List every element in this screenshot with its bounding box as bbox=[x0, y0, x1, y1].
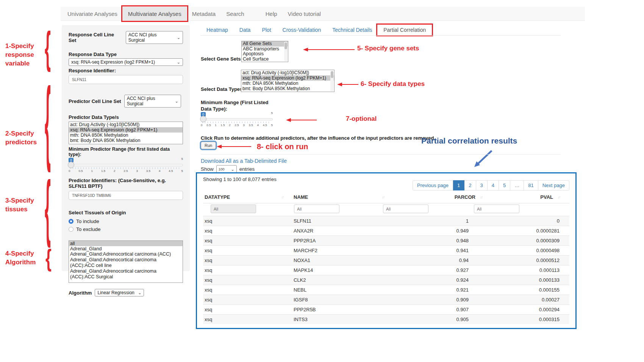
tab-data[interactable]: Data bbox=[234, 25, 256, 35]
list-option[interactable]: bmt: Body DNA 850K Methylation bbox=[69, 138, 183, 143]
list-option[interactable]: act: Drug Activity (-log10[IC50M]) bbox=[69, 122, 183, 127]
predictor-identifiers-input[interactable] bbox=[69, 191, 183, 200]
filter-input-pval[interactable] bbox=[474, 204, 519, 213]
nav-multivariate-analyses[interactable]: Multivariate Analyses bbox=[123, 7, 187, 20]
brace-step1: { bbox=[45, 26, 51, 70]
list-option-selected[interactable]: All Gene Sets bbox=[242, 41, 288, 47]
column-header-datatype[interactable]: DATATYPE bbox=[205, 194, 230, 200]
pagination-page-1[interactable]: 1 bbox=[453, 180, 464, 190]
nav-video-tutorial[interactable]: Video tutorial bbox=[283, 7, 326, 20]
scrollbar[interactable] bbox=[284, 42, 288, 61]
list-option[interactable]: Adrenal_Gland:Adrenocortical carcinoma (… bbox=[69, 251, 183, 257]
name-cell: MAPK14 bbox=[294, 265, 313, 275]
slider-tick-label: 3.5 bbox=[146, 169, 150, 173]
slider-track[interactable] bbox=[69, 164, 183, 166]
chevron-down-icon: ⌄ bbox=[138, 291, 141, 294]
pagination-page-81[interactable]: 81 bbox=[524, 180, 538, 190]
sort-icon[interactable]: ↓↑ bbox=[558, 195, 560, 199]
filter-input-name[interactable] bbox=[294, 204, 339, 213]
list-option[interactable]: Adrenal_Gland:Adrenocortical carcinoma (… bbox=[69, 257, 183, 268]
slider-tick-label: 1 bbox=[215, 123, 216, 127]
annotation-step1-line1: 1-Specify bbox=[5, 42, 34, 50]
pagination-page-3[interactable]: 3 bbox=[476, 180, 488, 190]
table-row: xsqMARCHF20.9410.0000498 bbox=[203, 245, 569, 255]
pagination-next[interactable]: Next page bbox=[538, 180, 569, 190]
pval-cell: 0.000113 bbox=[539, 265, 560, 275]
analysis-tabs: Heatmap Data Plot Cross-Validation Techn… bbox=[201, 25, 431, 35]
min-predictor-range-slider[interactable]: 0 5 00.511.522.533.544.55 bbox=[69, 158, 183, 174]
response-identifier-input[interactable] bbox=[69, 75, 183, 84]
list-option[interactable]: act: Drug Activity (-log10[IC50M]) bbox=[241, 70, 334, 75]
pagination-page-4[interactable]: 4 bbox=[488, 180, 499, 190]
annotation-step3-line2: tissues bbox=[5, 205, 34, 214]
gene-sets-listbox[interactable]: All Gene Sets ABC transporters Apoptosis… bbox=[241, 41, 288, 62]
run-button[interactable]: Run bbox=[201, 142, 216, 149]
show-entries-select[interactable]: 100 ⌄ bbox=[216, 165, 237, 173]
list-option[interactable]: Adrenal_Gland bbox=[69, 246, 183, 251]
list-option[interactable]: Cell Surface bbox=[242, 57, 288, 62]
slider-tick-label: 5 bbox=[271, 123, 273, 127]
pval-cell: 0.000294 bbox=[539, 305, 560, 315]
table-row: xsqMAPK140.9270.000113 bbox=[203, 265, 569, 275]
slider-track[interactable] bbox=[201, 118, 273, 120]
predictor-cell-line-set-select[interactable]: ACC NCI plus Surgical ⌄ bbox=[124, 95, 181, 108]
nav-metadata[interactable]: Metadata bbox=[187, 7, 221, 20]
pagination-previous[interactable]: Previous page bbox=[413, 180, 453, 190]
slider-tick-label: 2 bbox=[114, 169, 115, 173]
nav-univariate-analyses[interactable]: Univariate Analyses bbox=[62, 7, 123, 20]
tab-technical-details[interactable]: Technical Details bbox=[327, 25, 378, 35]
tab-cross-validation[interactable]: Cross-Validation bbox=[277, 25, 327, 35]
brace-step3: { bbox=[45, 171, 51, 245]
list-option[interactable]: mth: DNA 850K Methylation bbox=[69, 133, 183, 138]
tab-heatmap[interactable]: Heatmap bbox=[201, 25, 234, 35]
list-option[interactable]: ABC transporters bbox=[242, 47, 288, 52]
pagination-page-5[interactable]: 5 bbox=[499, 180, 510, 190]
scrollbar-thumb[interactable] bbox=[331, 71, 333, 78]
column-header-name[interactable]: NAME bbox=[294, 194, 308, 200]
slider-tick-label: 0.5 bbox=[206, 123, 211, 127]
list-option[interactable]: Adrenal_Gland:Adrenocortical carcinoma (… bbox=[69, 268, 183, 280]
list-option[interactable]: bmt: Body DNA 850K Methylation bbox=[241, 86, 334, 91]
list-option[interactable]: Apoptosis bbox=[242, 51, 288, 57]
sort-icon[interactable]: ↓↑ bbox=[281, 195, 283, 199]
radio-to-include[interactable] bbox=[69, 219, 73, 224]
annotation-step2: 2-Specify predictors bbox=[5, 129, 37, 147]
parcor-cell: 0.909 bbox=[456, 295, 469, 305]
parcor-cell: 0.907 bbox=[456, 305, 469, 315]
column-header-pval[interactable]: PVAL bbox=[540, 194, 553, 200]
response-cell-line-set-select[interactable]: ACC NCI plus Surgical ⌄ bbox=[126, 31, 183, 44]
predictor-data-types-listbox[interactable]: act: Drug Activity (-log10[IC50M]) xsq: … bbox=[69, 122, 183, 144]
tab-partial-correlation[interactable]: Partial Correlation bbox=[378, 25, 431, 35]
list-option-selected[interactable]: xsq: RNA-seq Expression (log2 FPKM+1) bbox=[69, 127, 183, 133]
sort-icon[interactable]: ↓↑ bbox=[382, 195, 384, 199]
list-option-selected[interactable]: all bbox=[69, 241, 183, 246]
filter-input-datatype[interactable] bbox=[211, 204, 256, 213]
scrollbar-thumb[interactable] bbox=[284, 42, 287, 49]
parcor-cell: 0.949 bbox=[456, 226, 469, 236]
nav-search[interactable]: Search bbox=[221, 7, 250, 20]
table-row: xsqPPP2R1A0.9480.0000309 bbox=[203, 236, 569, 245]
annotation-step2-line1: 2-Specify bbox=[5, 129, 37, 138]
slider-tick-label: 4 bbox=[257, 123, 258, 127]
data-types-listbox[interactable]: act: Drug Activity (-log10[IC50M]) xsq: … bbox=[241, 70, 335, 92]
name-cell: IGSF8 bbox=[294, 295, 308, 305]
slider-tick-label: 0 bbox=[69, 169, 70, 173]
list-option-selected[interactable]: xsq: RNA-seq Expression (log2 FPKM+1) bbox=[241, 75, 334, 81]
min-range-slider[interactable]: 0 5 00.511.522.533.544.55 bbox=[201, 112, 273, 128]
list-option[interactable]: mth: DNA 850K Methylation bbox=[241, 81, 334, 86]
response-data-type-select[interactable]: xsq: RNA-seq Expression (log2 FPKM+1) ⌄ bbox=[69, 58, 183, 66]
filter-input-parcor[interactable] bbox=[383, 204, 428, 213]
annotation-step4: 4-Specify Algorithm bbox=[5, 249, 36, 267]
radio-to-exclude[interactable] bbox=[69, 227, 73, 232]
sort-icon[interactable]: ↓↑ bbox=[480, 195, 482, 199]
column-header-parcor[interactable]: PARCOR bbox=[455, 194, 475, 200]
download-link[interactable]: Download All as a Tab-Delimited File bbox=[201, 158, 287, 164]
nav-help[interactable]: Help bbox=[260, 7, 283, 20]
tab-plot[interactable]: Plot bbox=[256, 25, 277, 35]
scrollbar[interactable] bbox=[330, 70, 334, 91]
tissue-listbox[interactable]: all Adrenal_Gland Adrenal_Gland:Adrenoco… bbox=[69, 240, 183, 283]
slider-max-label: 5 bbox=[181, 157, 183, 161]
response-identifier-label: Response Identifier: bbox=[69, 68, 183, 73]
pagination-page-2[interactable]: 2 bbox=[464, 180, 476, 190]
algorithm-select[interactable]: Linear Regression ⌄ bbox=[95, 289, 144, 296]
